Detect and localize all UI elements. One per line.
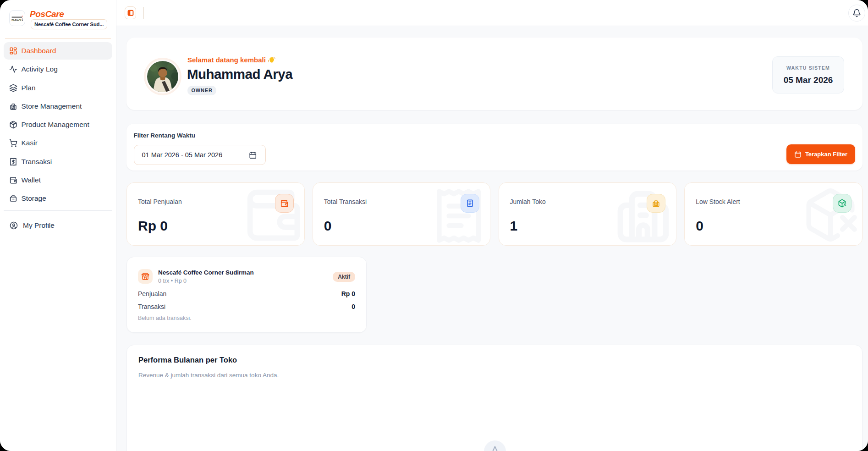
svg-text:NESCAFÉ: NESCAFÉ [11,17,23,21]
